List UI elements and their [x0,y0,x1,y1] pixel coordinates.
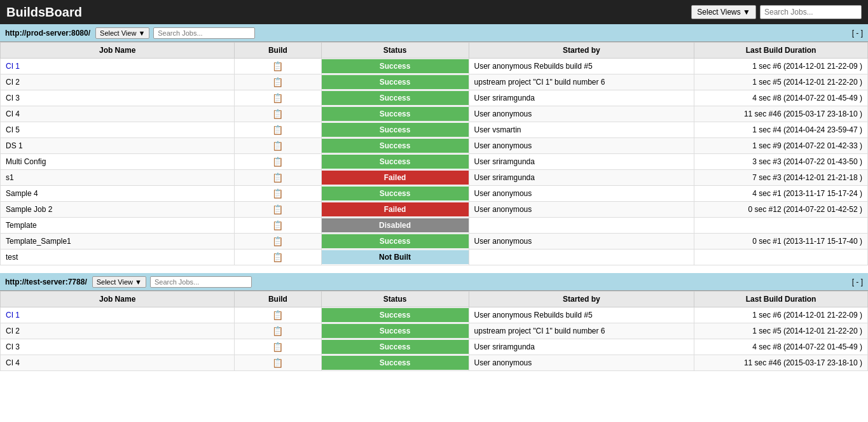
build-cell-0-10: 📋 [235,218,321,234]
duration-cell-0-6: 3 sec #3 (2014-07-22 01-43-50 ) [694,154,868,170]
th-jobname: Job Name [1,43,235,59]
th-build: Build [235,43,321,59]
build-cell-1-3: 📋 [235,355,321,371]
job-name-cell-0-2: CI 3 [1,90,235,106]
startedby-cell-0-9: User anonymous [469,202,694,218]
status-cell-0-2: Success [321,90,469,106]
header-search-input[interactable] [760,5,862,19]
status-badge-0-11: Success [322,234,469,248]
build-cell-0-9: 📋 [235,202,321,218]
build-icon-0-0: 📋 [272,61,283,71]
duration-cell-0-7: 7 sec #3 (2014-12-01 21-21-18 ) [694,170,868,186]
status-cell-0-9: Failed [321,202,469,218]
status-cell-0-11: Success [321,234,469,250]
header-right: Select Views ▼ [691,5,862,19]
th-status: Status [321,43,469,59]
build-cell-0-11: 📋 [235,234,321,250]
build-cell-0-0: 📋 [235,59,321,74]
status-badge-0-10: Disabled [322,218,469,232]
job-name-cell-0-1: CI 2 [1,74,235,90]
build-cell-0-7: 📋 [235,170,321,186]
table-row: Sample Job 2 📋 Failed User anonymous 0 s… [1,202,868,218]
status-cell-0-0: Success [321,59,469,74]
server-search-0[interactable] [153,27,255,39]
status-badge-0-0: Success [322,59,469,73]
build-icon-0-4: 📋 [272,125,283,135]
table-row: CI 2 📋 Success upstream project "CI 1" b… [1,74,868,90]
status-badge-0-6: Success [322,155,469,169]
job-name-0-6: Multi Config [6,157,46,166]
job-name-1-1: CI 2 [6,327,20,335]
job-name-cell-0-12: test [1,250,235,265]
server-search-1[interactable] [150,276,252,288]
build-cell-1-1: 📋 [235,323,321,339]
build-cell-0-8: 📋 [235,186,321,202]
build-icon-0-9: 📋 [272,204,283,215]
startedby-cell-0-2: User sriramgunda [469,90,694,106]
job-name-cell-0-3: CI 4 [1,106,235,122]
table-row: CI 3 📋 Success User sriramgunda 4 sec #8… [1,90,868,106]
build-cell-1-0: 📋 [235,307,321,323]
servers-container: http://prod-server:8080/ Select View ▼ [… [0,24,868,371]
build-cell-1-2: 📋 [235,339,321,355]
th-duration: Last Build Duration [694,43,868,59]
job-link-0-0[interactable]: CI 1 [6,62,20,71]
duration-cell-0-8: 4 sec #1 (2013-11-17 15-17-24 ) [694,186,868,202]
collapse-button-0[interactable]: [ - ] [852,29,863,38]
build-icon-0-7: 📋 [272,172,283,183]
table-row: CI 5 📋 Success User vsmartin 1 sec #4 (2… [1,122,868,138]
table-wrap-0: Job Name Build Status Started by Last Bu… [0,42,868,265]
startedby-cell-0-11: User anonymous [469,234,694,250]
status-cell-0-12: Not Built [321,250,469,265]
app-title: BuildsBoard [6,5,691,20]
build-icon-0-12: 📋 [272,252,283,262]
section-gap [0,265,868,273]
build-icon-1-0: 📋 [272,310,283,320]
select-view-button-0[interactable]: Select View ▼ [95,27,149,39]
table-row: CI 4 📋 Success User anonymous 11 sec #46… [1,355,868,371]
table-row: Template_Sample1 📋 Success User anonymou… [1,234,868,250]
build-icon-0-8: 📋 [272,188,283,199]
job-name-0-5: DS 1 [6,141,23,150]
collapse-button-1[interactable]: [ - ] [852,278,863,286]
status-cell-1-0: Success [321,307,469,323]
build-icon-1-2: 📋 [272,342,283,352]
job-name-cell-1-1: CI 2 [1,323,235,339]
status-cell-1-1: Success [321,323,469,339]
job-name-cell-1-3: CI 4 [1,355,235,371]
job-name-0-12: test [6,253,18,262]
status-cell-0-5: Success [321,138,469,154]
job-name-cell-0-9: Sample Job 2 [1,202,235,218]
build-icon-0-5: 📋 [272,141,283,151]
build-cell-0-6: 📋 [235,154,321,170]
job-name-0-1: CI 2 [6,78,20,87]
status-cell-0-7: Failed [321,170,469,186]
table-row: test 📋 Not Built [1,250,868,265]
build-icon-0-3: 📋 [272,109,283,119]
job-link-1-0[interactable]: CI 1 [6,311,20,320]
status-badge-0-2: Success [322,91,469,105]
build-icon-0-1: 📋 [272,77,283,87]
select-view-button-1[interactable]: Select View ▼ [92,276,146,288]
status-badge-0-7: Failed [322,171,469,185]
server-bar-0: http://prod-server:8080/ Select View ▼ [… [0,24,868,42]
duration-cell-0-3: 11 sec #46 (2015-03-17 23-18-10 ) [694,106,868,122]
table-wrap-1: Job Name Build Status Started by Last Bu… [0,291,868,371]
select-views-button[interactable]: Select Views ▼ [691,5,756,19]
duration-cell-0-2: 4 sec #8 (2014-07-22 01-45-49 ) [694,90,868,106]
build-cell-0-12: 📋 [235,250,321,265]
duration-cell-0-9: 0 sec #12 (2014-07-22 01-42-52 ) [694,202,868,218]
startedby-cell-0-1: upstream project "CI 1" build number 6 [469,74,694,90]
status-badge-0-1: Success [322,75,469,89]
job-name-cell-0-8: Sample 4 [1,186,235,202]
duration-cell-0-5: 1 sec #9 (2014-07-22 01-42-33 ) [694,138,868,154]
build-cell-0-1: 📋 [235,74,321,90]
build-icon-0-11: 📋 [272,236,283,246]
jobs-table-0: Job Name Build Status Started by Last Bu… [0,42,868,265]
build-cell-0-2: 📋 [235,90,321,106]
status-badge-0-4: Success [322,123,469,137]
startedby-cell-0-0: User anonymous Rebuilds build #5 [469,59,694,74]
duration-cell-0-11: 0 sec #1 (2013-11-17 15-17-40 ) [694,234,868,250]
table-row: DS 1 📋 Success User anonymous 1 sec #9 (… [1,138,868,154]
job-name-cell-0-10: Template [1,218,235,234]
